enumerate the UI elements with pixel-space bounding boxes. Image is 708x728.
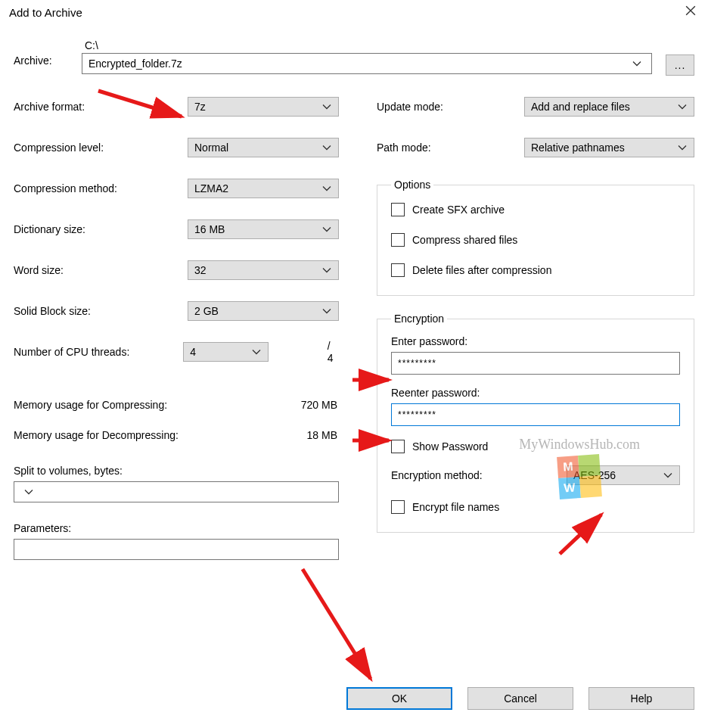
cancel-button[interactable]: Cancel (467, 687, 573, 710)
options-fieldset: Options Create SFX archive Compress shar… (377, 179, 694, 296)
chevron-down-icon (318, 306, 335, 316)
dict-label: Dictionary size: (14, 223, 188, 235)
chevron-down-icon (629, 59, 645, 68)
split-label: Split to volumes, bytes: (14, 465, 339, 477)
svg-line-4 (303, 569, 371, 679)
archive-filename: Encrypted_folder.7z (88, 58, 629, 70)
chevron-down-icon (248, 347, 265, 356)
mem-comp-label: Memory usage for Compressing: (14, 399, 278, 411)
pathmode-dropdown[interactable]: Relative pathnames (524, 138, 694, 157)
update-label: Update mode: (377, 101, 524, 113)
cancel-label: Cancel (504, 692, 537, 705)
reenter-password-label: Reenter password: (391, 387, 680, 399)
params-label: Parameters: (14, 522, 339, 534)
mem-decomp-label: Memory usage for Decompressing: (14, 429, 278, 441)
close-button[interactable] (673, 0, 708, 24)
method-dropdown[interactable]: LZMA2 (188, 179, 339, 198)
options-legend: Options (391, 179, 433, 191)
cpu-value: 4 (190, 346, 248, 358)
titlebar: Add to Archive (0, 0, 708, 24)
enter-password-value: ********* (398, 358, 436, 369)
watermark-text: MyWindowsHub.com (519, 437, 640, 453)
browse-button[interactable]: ... (666, 54, 694, 76)
chevron-down-icon (318, 143, 335, 152)
help-label: Help (631, 692, 653, 705)
level-dropdown[interactable]: Normal (188, 138, 339, 157)
ok-button[interactable]: OK (346, 687, 452, 710)
cpu-dropdown[interactable]: 4 (183, 342, 269, 362)
pathmode-value: Relative pathnames (531, 142, 674, 154)
cpu-total: / 4 (328, 340, 339, 364)
archive-path: C:\ (82, 39, 652, 51)
update-dropdown[interactable]: Add and replace files (524, 97, 694, 117)
sfx-checkbox[interactable] (391, 203, 405, 216)
delete-label: Delete files after compression (412, 264, 551, 276)
chevron-down-icon (318, 266, 335, 275)
encryption-fieldset: Encryption Enter password: ********* Ree… (377, 313, 694, 533)
annotation-arrow-icon (303, 569, 393, 692)
encryption-legend: Encryption (391, 313, 447, 325)
show-password-checkbox[interactable] (391, 440, 405, 453)
close-icon (685, 5, 696, 20)
params-input[interactable] (14, 539, 339, 560)
help-button[interactable]: Help (588, 687, 694, 710)
archive-filename-dropdown[interactable]: Encrypted_folder.7z (82, 53, 652, 74)
split-dropdown[interactable] (14, 481, 339, 502)
show-password-label: Show Password (412, 440, 488, 453)
format-dropdown[interactable]: 7z (188, 97, 339, 117)
reenter-password-value: ********* (398, 409, 436, 420)
window-title: Add to Archive (9, 6, 673, 19)
format-value: 7z (194, 101, 318, 113)
watermark-logo-icon: MW (557, 454, 602, 499)
encrypt-names-checkbox[interactable] (391, 500, 405, 514)
update-value: Add and replace files (531, 101, 674, 113)
reenter-password-input[interactable]: ********* (391, 403, 680, 426)
delete-checkbox[interactable] (391, 263, 405, 277)
chevron-down-icon (674, 143, 691, 152)
level-label: Compression level: (14, 142, 188, 154)
mem-comp-value: 720 MB (278, 399, 339, 411)
mem-decomp-value: 18 MB (278, 429, 339, 441)
format-label: Archive format: (14, 101, 188, 113)
chevron-down-icon (318, 225, 335, 234)
dict-dropdown[interactable]: 16 MB (188, 219, 339, 239)
dict-value: 16 MB (194, 223, 318, 235)
level-value: Normal (194, 142, 318, 154)
chevron-down-icon (318, 184, 335, 193)
enter-password-label: Enter password: (391, 335, 680, 347)
pathmode-label: Path mode: (377, 142, 524, 154)
ok-label: OK (392, 692, 407, 705)
encrypt-names-label: Encrypt file names (412, 501, 499, 513)
solid-dropdown[interactable]: 2 GB (188, 301, 339, 321)
chevron-down-icon (674, 102, 691, 111)
solid-value: 2 GB (194, 305, 318, 317)
chevron-down-icon (20, 487, 37, 496)
solid-label: Solid Block size: (14, 305, 188, 317)
word-label: Word size: (14, 264, 188, 276)
archive-label: Archive: (14, 39, 82, 67)
sfx-label: Create SFX archive (412, 204, 505, 216)
chevron-down-icon (318, 102, 335, 111)
shared-label: Compress shared files (412, 234, 517, 246)
enter-password-input[interactable]: ********* (391, 352, 680, 375)
watermark: MyWindowsHub.com MW (519, 437, 640, 498)
method-label: Compression method: (14, 182, 188, 194)
method-value: LZMA2 (194, 182, 318, 194)
shared-checkbox[interactable] (391, 233, 405, 247)
chevron-down-icon (660, 471, 676, 480)
browse-label: ... (675, 59, 686, 71)
word-value: 32 (194, 264, 318, 276)
word-dropdown[interactable]: 32 (188, 260, 339, 280)
cpu-label: Number of CPU threads: (14, 346, 183, 358)
